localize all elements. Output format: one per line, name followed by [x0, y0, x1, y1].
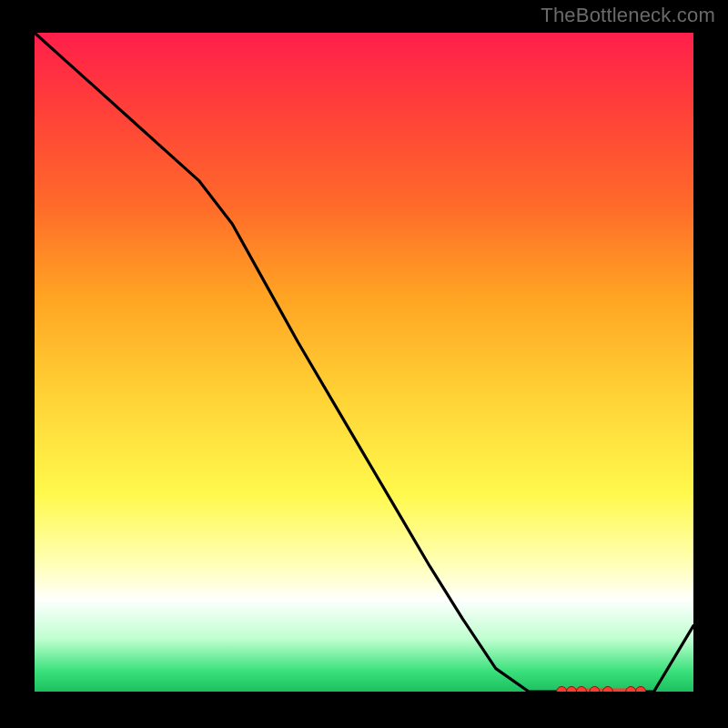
chart-frame: TheBottleneck.com	[0, 0, 728, 728]
optimum-marker	[636, 687, 646, 693]
optimum-marker	[567, 687, 577, 693]
optimum-marker	[557, 687, 567, 693]
optimum-marker	[576, 687, 586, 693]
optimum-marker	[626, 687, 636, 693]
optimum-markers	[557, 687, 646, 693]
optimum-marker	[602, 687, 612, 693]
watermark-text: TheBottleneck.com	[541, 4, 715, 27]
optimum-marker	[590, 687, 600, 693]
chart-svg	[35, 33, 693, 692]
bottleneck-curve	[35, 33, 693, 692]
plot-area	[35, 33, 693, 692]
